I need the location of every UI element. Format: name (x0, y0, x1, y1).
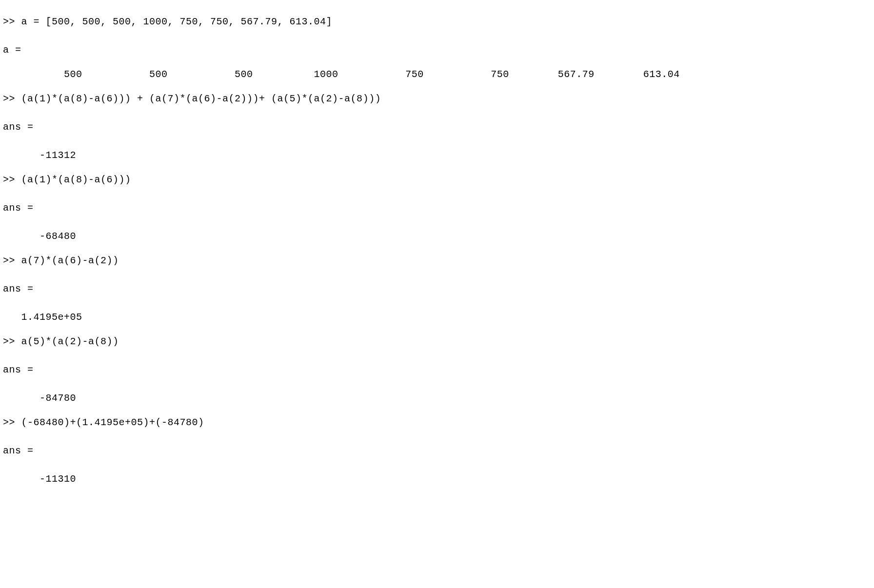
command-line-3[interactable]: >> (a(1)*(a(8)-a(6))) (3, 173, 874, 187)
ans-header: ans = (3, 363, 874, 377)
command-line-5[interactable]: >> a(5)*(a(2)-a(8)) (3, 334, 874, 349)
ans-value: -11312 (3, 148, 874, 163)
ans-value: 1.4195e+05 (3, 310, 874, 325)
prompt-icon: >> (3, 336, 21, 347)
variable-header: a = (3, 43, 874, 58)
command-line-6[interactable]: >> (-68480)+(1.4195e+05)+(-84780) (3, 415, 874, 430)
array-output-row: 500 500 500 1000 750 750 567.79 613.04 (3, 67, 874, 82)
command-text: (a(1)*(a(8)-a(6))) (21, 174, 131, 185)
ans-header: ans = (3, 201, 874, 216)
ans-value: -11310 (3, 472, 874, 487)
ans-header: ans = (3, 282, 874, 296)
command-line-1[interactable]: >> a = [500, 500, 500, 1000, 750, 750, 5… (3, 15, 874, 29)
prompt-icon: >> (3, 417, 21, 428)
command-text: a(7)*(a(6)-a(2)) (21, 255, 119, 266)
command-line-2[interactable]: >> (a(1)*(a(8)-a(6))) + (a(7)*(a(6)-a(2)… (3, 92, 874, 106)
prompt-icon: >> (3, 174, 21, 185)
command-text: a = [500, 500, 500, 1000, 750, 750, 567.… (21, 16, 333, 27)
command-text: (-68480)+(1.4195e+05)+(-84780) (21, 417, 204, 428)
ans-value: -68480 (3, 229, 874, 244)
command-text: (a(1)*(a(8)-a(6))) + (a(7)*(a(6)-a(2)))+… (21, 93, 381, 104)
ans-header: ans = (3, 444, 874, 458)
ans-value: -84780 (3, 391, 874, 406)
command-text: a(5)*(a(2)-a(8)) (21, 336, 119, 347)
command-line-4[interactable]: >> a(7)*(a(6)-a(2)) (3, 254, 874, 268)
prompt-icon: >> (3, 16, 21, 27)
prompt-icon: >> (3, 255, 21, 266)
ans-header: ans = (3, 120, 874, 135)
prompt-icon: >> (3, 93, 21, 104)
